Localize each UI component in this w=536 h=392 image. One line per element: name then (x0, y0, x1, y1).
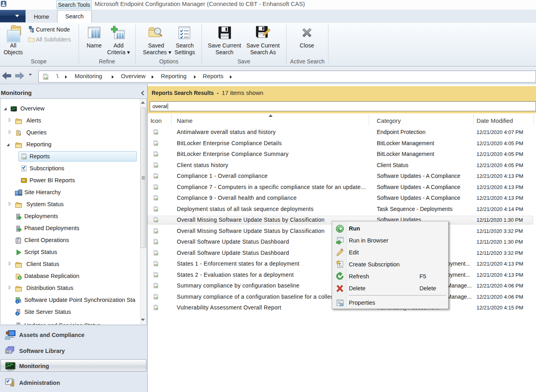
svg-text:$: $ (19, 276, 21, 279)
